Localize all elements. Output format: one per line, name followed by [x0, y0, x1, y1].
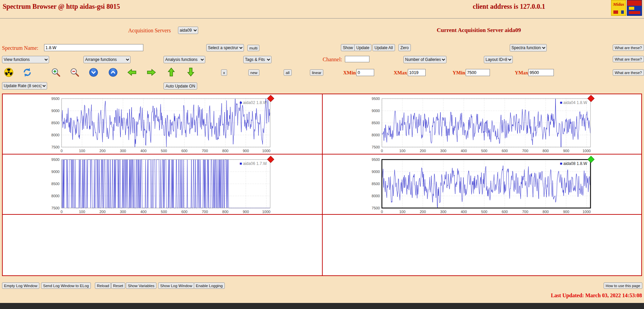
enable-logging-button[interactable]: Enable Logging [194, 282, 225, 289]
svg-text:800: 800 [222, 149, 228, 153]
svg-text:0: 0 [381, 210, 383, 214]
update-button[interactable]: Update [354, 44, 371, 51]
blue-circle-up-arrow-icon[interactable] [108, 68, 118, 77]
svg-text:1000: 1000 [262, 149, 270, 153]
empty-log-window-button[interactable]: Empty Log Window [2, 282, 39, 289]
x-button[interactable]: x [221, 69, 227, 76]
send-log-window-to-elog-button[interactable]: Send Log Window to ELog [41, 282, 91, 289]
view-functions-select[interactable]: View functions [2, 56, 49, 63]
analysis-functions-select[interactable]: Analysis functions [164, 56, 205, 63]
svg-text:700: 700 [522, 149, 528, 153]
midas-logo-text: Midas [611, 2, 626, 7]
svg-text:600: 600 [181, 210, 187, 214]
what-are-these-button-2[interactable]: What are these? [613, 56, 644, 62]
svg-text:300: 300 [120, 149, 126, 153]
last-updated-text: Last Updated: March 03, 2022 14:53:08 [551, 293, 642, 299]
second-logo-stripe-red [627, 0, 642, 6]
multi-button[interactable]: multi [247, 45, 259, 51]
xmin-input[interactable] [356, 69, 374, 76]
channel-input[interactable] [345, 56, 369, 62]
svg-text:8000: 8000 [51, 133, 60, 137]
gallery-chart-aida06[interactable]: 7500800085009000950001002003004005006007… [62, 160, 270, 208]
svg-text:600: 600 [502, 210, 508, 214]
linear-button[interactable]: linear [310, 69, 323, 76]
ymax-input[interactable] [528, 69, 554, 76]
xmax-input[interactable] [408, 69, 426, 76]
green-up-arrow-icon[interactable] [167, 67, 175, 77]
gallery-chart-aida02[interactable]: 7500800085009000950001002003004005006007… [62, 99, 270, 147]
spectra-functions-select[interactable]: Spectra functions [510, 44, 547, 52]
svg-text:600: 600 [181, 149, 187, 153]
svg-text:7500: 7500 [51, 206, 60, 210]
show-variables-button[interactable]: Show Variables [126, 282, 156, 289]
svg-text:700: 700 [202, 210, 208, 214]
number-of-galleries-select[interactable]: Number of Galleries [403, 56, 446, 63]
svg-text:500: 500 [481, 149, 487, 153]
svg-text:■ aida06 1.7.W: ■ aida06 1.7.W [240, 161, 267, 166]
svg-text:100: 100 [399, 210, 405, 214]
update-rate-select[interactable]: Update Rate (8 secs) [2, 82, 47, 90]
grid-horizontal-divider-1 [3, 154, 641, 154]
current-server-label: Current Acquisition Server aida09 [437, 27, 521, 34]
new-button[interactable]: new [248, 69, 259, 76]
auto-update-button[interactable]: Auto Update ON [164, 82, 197, 90]
channel-label: Channel: [323, 57, 342, 63]
tags-fits-select[interactable]: Tags & Fits [243, 56, 272, 63]
svg-text:800: 800 [543, 149, 549, 153]
green-right-arrow-icon[interactable] [147, 68, 156, 76]
midas-logo: Midas [611, 0, 626, 16]
refresh-icon[interactable] [23, 68, 32, 77]
arrange-functions-select[interactable]: Arrange functions [83, 56, 131, 63]
zoom-out-icon[interactable] [70, 68, 79, 77]
svg-text:9500: 9500 [372, 97, 380, 101]
second-logo [627, 0, 642, 16]
gallery-chart-aida04[interactable]: 7500800085009000950001002003004005006007… [382, 99, 591, 147]
how-to-use-button[interactable]: How to use this page [604, 282, 642, 289]
reset-button[interactable]: Reset [111, 282, 125, 289]
svg-text:500: 500 [161, 210, 167, 214]
show-log-window-button[interactable]: Show Log Window [158, 282, 194, 289]
gallery-chart-aida08[interactable]: 7500800085009000950001002003004005006007… [382, 160, 591, 208]
svg-text:300: 300 [440, 210, 446, 214]
svg-text:300: 300 [440, 149, 446, 153]
svg-text:8500: 8500 [51, 121, 60, 125]
spectrum-select[interactable]: Select a spectrum [206, 44, 244, 52]
svg-text:■ aida04 1.8.W: ■ aida04 1.8.W [560, 100, 587, 105]
client-address: client address is 127.0.0.1 [473, 3, 545, 10]
zero-button[interactable]: Zero [398, 44, 411, 51]
green-left-arrow-icon[interactable] [127, 68, 137, 76]
svg-text:400: 400 [461, 210, 467, 214]
all-button[interactable]: all [284, 69, 292, 76]
what-are-these-button-1[interactable]: What are these? [613, 44, 644, 51]
svg-text:900: 900 [243, 149, 249, 153]
bottom-dark-bar [0, 303, 644, 309]
green-down-arrow-icon[interactable] [187, 67, 195, 77]
layout-id-select[interactable]: Layout ID=8 [484, 56, 513, 63]
svg-text:7500: 7500 [51, 145, 60, 149]
svg-text:8500: 8500 [372, 121, 380, 125]
zoom-in-icon[interactable] [51, 68, 61, 77]
show-button[interactable]: Show [341, 44, 355, 51]
what-are-these-button-3[interactable]: What are these? [613, 69, 644, 76]
blue-circle-down-arrow-icon[interactable] [89, 68, 98, 77]
svg-text:0: 0 [61, 149, 63, 153]
svg-text:9500: 9500 [372, 158, 380, 162]
second-logo-stripe-red2 [629, 11, 640, 14]
spectrum-name-input[interactable] [44, 44, 143, 51]
svg-text:900: 900 [563, 149, 569, 153]
svg-text:900: 900 [243, 210, 249, 214]
update-all-button[interactable]: Update All [372, 44, 395, 51]
acquisition-server-select[interactable]: aida09 [178, 27, 198, 34]
svg-text:0: 0 [61, 210, 63, 214]
radiation-icon[interactable] [4, 68, 13, 77]
xmin-label: XMin [343, 70, 356, 76]
svg-text:200: 200 [100, 210, 106, 214]
svg-text:8500: 8500 [51, 182, 60, 186]
svg-text:200: 200 [420, 149, 426, 153]
svg-text:500: 500 [481, 210, 487, 214]
ymin-input[interactable] [466, 69, 490, 76]
svg-text:100: 100 [399, 149, 405, 153]
reload-button[interactable]: Reload [95, 282, 111, 289]
svg-text:300: 300 [120, 210, 126, 214]
svg-text:800: 800 [543, 210, 549, 214]
